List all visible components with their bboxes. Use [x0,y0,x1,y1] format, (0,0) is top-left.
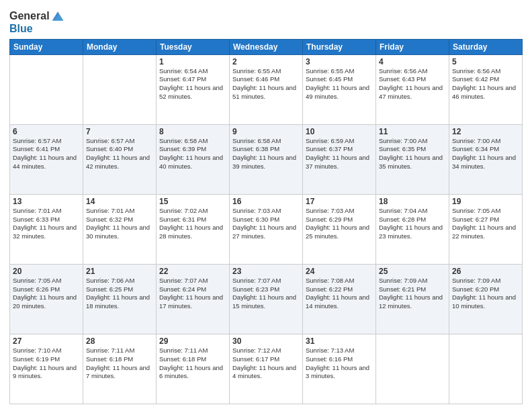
calendar-cell: 14Sunrise: 7:01 AMSunset: 6:32 PMDayligh… [83,194,157,264]
day-info: Sunrise: 7:06 AMSunset: 6:25 PMDaylight:… [86,277,153,311]
day-number: 19 [452,197,519,206]
day-number: 23 [232,267,300,276]
day-info: Sunrise: 7:03 AMSunset: 6:29 PMDaylight:… [306,207,373,241]
day-info: Sunrise: 6:58 AMSunset: 6:39 PMDaylight:… [159,137,226,171]
calendar-cell [449,334,523,404]
calendar-cell: 15Sunrise: 7:02 AMSunset: 6:31 PMDayligh… [157,194,230,264]
weekday-header: Saturday [449,39,523,54]
calendar-cell: 16Sunrise: 7:03 AMSunset: 6:30 PMDayligh… [230,194,303,264]
day-info: Sunrise: 7:12 AMSunset: 6:17 PMDaylight:… [232,347,300,381]
calendar-cell [83,54,157,124]
logo: General Blue [9,9,64,35]
header: General Blue [9,7,523,35]
day-info: Sunrise: 7:07 AMSunset: 6:23 PMDaylight:… [232,277,300,311]
day-number: 18 [379,197,446,206]
calendar-cell: 26Sunrise: 7:09 AMSunset: 6:20 PMDayligh… [449,264,523,334]
day-info: Sunrise: 7:11 AMSunset: 6:18 PMDaylight:… [159,347,226,381]
logo-icon [51,9,64,23]
day-info: Sunrise: 6:54 AMSunset: 6:47 PMDaylight:… [159,67,226,101]
weekday-header: Monday [83,39,157,54]
day-number: 7 [86,127,153,136]
day-info: Sunrise: 6:56 AMSunset: 6:42 PMDaylight:… [452,67,519,101]
day-number: 4 [379,57,446,66]
calendar-cell: 25Sunrise: 7:09 AMSunset: 6:21 PMDayligh… [376,264,449,334]
day-number: 6 [13,127,80,136]
day-info: Sunrise: 7:07 AMSunset: 6:24 PMDaylight:… [159,277,226,311]
calendar-cell: 11Sunrise: 7:00 AMSunset: 6:35 PMDayligh… [376,124,449,194]
day-number: 25 [379,267,446,276]
day-info: Sunrise: 6:55 AMSunset: 6:45 PMDaylight:… [306,67,373,101]
day-number: 27 [13,336,80,346]
calendar-cell: 7Sunrise: 6:57 AMSunset: 6:40 PMDaylight… [83,124,157,194]
day-number: 17 [306,197,373,206]
day-info: Sunrise: 6:58 AMSunset: 6:38 PMDaylight:… [232,137,300,171]
day-number: 11 [379,127,446,136]
calendar-cell: 20Sunrise: 7:05 AMSunset: 6:26 PMDayligh… [10,264,83,334]
weekday-header: Thursday [303,39,376,54]
weekday-header: Friday [376,39,449,54]
logo-text-blue: Blue [9,23,64,35]
weekday-header: Sunday [10,39,83,54]
day-number: 15 [159,197,226,206]
calendar-cell: 1Sunrise: 6:54 AMSunset: 6:47 PMDaylight… [157,54,230,124]
calendar-cell: 13Sunrise: 7:01 AMSunset: 6:33 PMDayligh… [10,194,83,264]
day-info: Sunrise: 7:09 AMSunset: 6:20 PMDaylight:… [452,277,519,311]
calendar-cell: 2Sunrise: 6:55 AMSunset: 6:46 PMDaylight… [230,54,303,124]
calendar-cell: 21Sunrise: 7:06 AMSunset: 6:25 PMDayligh… [83,264,157,334]
day-info: Sunrise: 7:01 AMSunset: 6:33 PMDaylight:… [13,207,80,241]
day-number: 9 [232,127,300,136]
day-number: 16 [232,197,300,206]
day-number: 1 [159,57,226,66]
day-info: Sunrise: 7:05 AMSunset: 6:26 PMDaylight:… [13,277,80,311]
day-number: 20 [13,267,80,276]
day-number: 31 [306,336,373,346]
day-number: 26 [452,267,519,276]
day-info: Sunrise: 7:02 AMSunset: 6:31 PMDaylight:… [159,207,226,241]
day-info: Sunrise: 7:10 AMSunset: 6:19 PMDaylight:… [13,347,80,381]
day-info: Sunrise: 7:13 AMSunset: 6:16 PMDaylight:… [306,347,373,381]
day-info: Sunrise: 7:04 AMSunset: 6:28 PMDaylight:… [379,207,446,241]
day-info: Sunrise: 6:57 AMSunset: 6:41 PMDaylight:… [13,137,80,171]
day-info: Sunrise: 6:59 AMSunset: 6:37 PMDaylight:… [306,137,373,171]
day-number: 30 [232,336,300,346]
calendar-cell: 5Sunrise: 6:56 AMSunset: 6:42 PMDaylight… [449,54,523,124]
day-info: Sunrise: 7:05 AMSunset: 6:27 PMDaylight:… [452,207,519,241]
day-info: Sunrise: 7:08 AMSunset: 6:22 PMDaylight:… [306,277,373,311]
calendar-cell: 28Sunrise: 7:11 AMSunset: 6:18 PMDayligh… [83,334,157,404]
calendar-cell: 29Sunrise: 7:11 AMSunset: 6:18 PMDayligh… [157,334,230,404]
day-info: Sunrise: 6:55 AMSunset: 6:46 PMDaylight:… [232,67,300,101]
calendar-cell: 27Sunrise: 7:10 AMSunset: 6:19 PMDayligh… [10,334,83,404]
calendar-cell: 12Sunrise: 7:00 AMSunset: 6:34 PMDayligh… [449,124,523,194]
calendar-cell: 22Sunrise: 7:07 AMSunset: 6:24 PMDayligh… [157,264,230,334]
day-info: Sunrise: 7:00 AMSunset: 6:35 PMDaylight:… [379,137,446,171]
calendar-cell: 8Sunrise: 6:58 AMSunset: 6:39 PMDaylight… [157,124,230,194]
day-info: Sunrise: 6:56 AMSunset: 6:43 PMDaylight:… [379,67,446,101]
calendar-cell: 19Sunrise: 7:05 AMSunset: 6:27 PMDayligh… [449,194,523,264]
calendar-cell: 4Sunrise: 6:56 AMSunset: 6:43 PMDaylight… [376,54,449,124]
calendar-cell: 24Sunrise: 7:08 AMSunset: 6:22 PMDayligh… [303,264,376,334]
calendar-cell: 23Sunrise: 7:07 AMSunset: 6:23 PMDayligh… [230,264,303,334]
calendar-cell: 17Sunrise: 7:03 AMSunset: 6:29 PMDayligh… [303,194,376,264]
day-number: 3 [306,57,373,66]
day-number: 22 [159,267,226,276]
calendar-cell [376,334,449,404]
calendar-cell: 18Sunrise: 7:04 AMSunset: 6:28 PMDayligh… [376,194,449,264]
day-number: 14 [86,197,153,206]
calendar-cell: 30Sunrise: 7:12 AMSunset: 6:17 PMDayligh… [230,334,303,404]
page: General Blue SundayMondayTuesdayWednesda… [0,0,532,411]
day-info: Sunrise: 6:57 AMSunset: 6:40 PMDaylight:… [86,137,153,171]
logo-text-general: General [9,10,50,22]
weekday-header: Tuesday [157,39,230,54]
calendar-cell: 3Sunrise: 6:55 AMSunset: 6:45 PMDaylight… [303,54,376,124]
day-number: 2 [232,57,300,66]
calendar-table: SundayMondayTuesdayWednesdayThursdayFrid… [9,39,523,404]
day-number: 10 [306,127,373,136]
calendar-cell: 6Sunrise: 6:57 AMSunset: 6:41 PMDaylight… [10,124,83,194]
day-info: Sunrise: 7:09 AMSunset: 6:21 PMDaylight:… [379,277,446,311]
day-number: 8 [159,127,226,136]
day-number: 24 [306,267,373,276]
day-info: Sunrise: 7:03 AMSunset: 6:30 PMDaylight:… [232,207,300,241]
day-number: 5 [452,57,519,66]
calendar-cell: 10Sunrise: 6:59 AMSunset: 6:37 PMDayligh… [303,124,376,194]
day-number: 12 [452,127,519,136]
